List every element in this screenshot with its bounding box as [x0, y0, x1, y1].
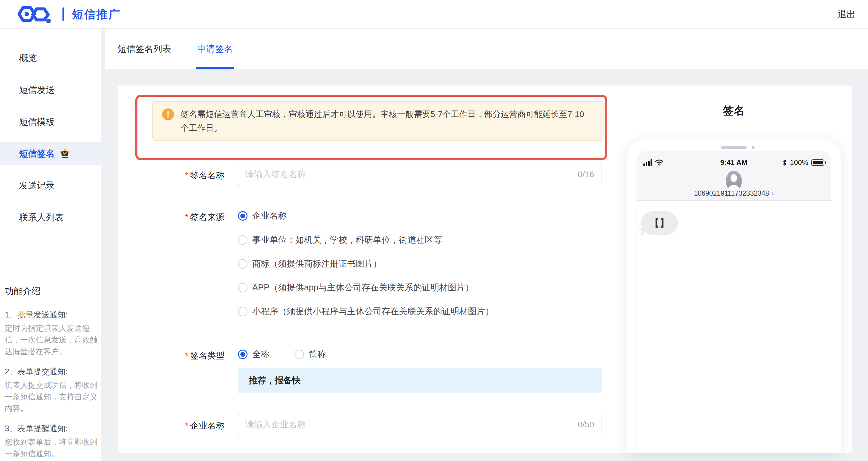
logout-button[interactable]: 退出 — [838, 0, 856, 29]
sidebar-item-overview[interactable]: 概览 — [0, 47, 101, 70]
battery-icon — [811, 159, 824, 166]
phone-screen: 9:41 AM 100% 1069021911 — [637, 151, 831, 453]
source-option-miniprogram[interactable]: 小程序（须提供小程序与主体公司存在关联关系的证明材图片） — [238, 306, 494, 317]
sidebar-item-sms-signature[interactable]: 短信签名 — [0, 142, 101, 165]
source-option-company[interactable]: 企业名称 — [238, 210, 287, 221]
contact-avatar — [726, 171, 742, 192]
field-label-signature-source: *签名来源 — [118, 211, 225, 223]
warning-icon: ! — [162, 108, 174, 120]
preview-title: 签名 — [627, 103, 841, 118]
feature-intro-title: 功能介绍 — [5, 285, 98, 297]
brand-divider — [62, 7, 64, 21]
chevron-right-icon: › — [771, 190, 774, 197]
sidebar-item-sms-template[interactable]: 短信模板 — [0, 110, 101, 134]
phone-contact-header: 9:41 AM 100% 1069021911 — [637, 151, 831, 201]
app-logo-icon — [17, 5, 55, 24]
radio-checked-icon[interactable] — [238, 211, 247, 221]
signature-tabbar: 短信签名列表 申请签名 — [105, 29, 868, 69]
phone-camera-dot — [752, 146, 755, 149]
radio-icon[interactable] — [238, 307, 247, 316]
signature-placeholder-text: 【】 — [649, 216, 670, 230]
radio-icon[interactable] — [238, 259, 247, 269]
brand: 短信推广 — [17, 0, 121, 29]
feature-intro: 功能介绍 1、批量发送通知: 定时为指定填表人发送短信，一次信息发送，高效触达海… — [5, 285, 98, 461]
company-name-input[interactable] — [238, 413, 601, 436]
company-name-counter: 0/50 — [578, 413, 594, 436]
type-option-fullname[interactable]: 全称 — [252, 348, 270, 361]
required-marker: * — [185, 421, 188, 430]
sidebar-item-send-records[interactable]: 发送记录 — [0, 174, 101, 197]
type-option-shortname[interactable]: 简称 — [309, 348, 326, 361]
review-notice-alert: ! 签名需短信运营商人工审核，审核通过后才可以使用。审核一般需要5-7个工作日，… — [152, 101, 604, 141]
app-title: 短信推广 — [72, 7, 121, 22]
source-option-trademark[interactable]: 商标（须提供商标注册证书图片） — [238, 259, 382, 269]
feature-intro-section: 2、表单提交通知: 填表人提交成功后，将收到一条短信通知，支持自定义内容。 — [5, 366, 98, 414]
required-marker: * — [185, 171, 188, 180]
phone-statusbar: 9:41 AM 100% — [643, 157, 824, 168]
tab-signature-list[interactable]: 短信签名列表 — [118, 29, 171, 69]
bluetooth-icon — [782, 159, 787, 167]
apply-signature-panel: ! 签名需短信运营商人工审核，审核通过后才可以使用。审核一般需要5-7个工作日，… — [118, 85, 852, 453]
feature-intro-section: 3、表单提醒通知: 您收到表单后，将立即收到一条短信通知。 — [5, 423, 98, 460]
source-option-institution[interactable]: 事业单位：如机关，学校，科研单位，街道社区等 — [238, 235, 442, 246]
signature-name-counter: 0/16 — [578, 163, 594, 186]
sidebar-menu: 概览 短信发送 短信模板 短信签名 发送记录 联系人列表 — [0, 29, 101, 229]
type-hint-box: 推荐，报备快 — [238, 368, 601, 393]
radio-icon[interactable] — [238, 235, 247, 245]
message-bubble: 【】 — [641, 211, 678, 235]
signature-name-input[interactable] — [238, 163, 601, 186]
battery-percent: 100% — [790, 159, 808, 167]
feature-intro-section: 1、批量发送通知: 定时为指定填表人发送短信，一次信息发送，高效触达海量潜在客户… — [5, 310, 98, 357]
source-option-app[interactable]: APP（须提供app与主体公司存在关联关系的证明材图片） — [238, 282, 473, 293]
field-label-company-name: *企业名称 — [118, 420, 225, 432]
crown-icon — [60, 149, 70, 159]
sender-number[interactable]: 10690219111732332348› — [637, 190, 831, 197]
phone-mockup: 9:41 AM 100% 1069021911 — [627, 139, 841, 453]
sidebar: 概览 短信发送 短信模板 短信签名 发送记录 联系人列表 功能 — [0, 29, 101, 461]
required-marker: * — [185, 351, 188, 361]
app-header: 短信推广 退出 — [0, 0, 868, 29]
type-options-row: 全称 简称 — [238, 349, 326, 360]
phone-speaker — [721, 146, 747, 149]
tab-apply-signature[interactable]: 申请签名 — [197, 29, 233, 69]
sidebar-item-sms-send[interactable]: 短信发送 — [0, 78, 101, 102]
sidebar-item-contacts[interactable]: 联系人列表 — [0, 206, 101, 229]
field-label-signature-name: *签名名称 — [118, 170, 225, 182]
radio-icon[interactable] — [238, 283, 247, 292]
company-name-field: 0/50 — [238, 413, 601, 436]
field-label-signature-type: *签名类型 — [118, 350, 225, 362]
signature-name-field: 0/16 — [238, 163, 601, 186]
required-marker: * — [185, 212, 188, 222]
review-notice-text: 签名需短信运营商人工审核，审核通过后才可以使用。审核一般需要5-7个工作日，部分… — [181, 108, 585, 140]
message-area: 【】 — [637, 211, 831, 235]
radio-icon[interactable] — [294, 350, 304, 359]
radio-checked-icon[interactable] — [238, 350, 247, 359]
